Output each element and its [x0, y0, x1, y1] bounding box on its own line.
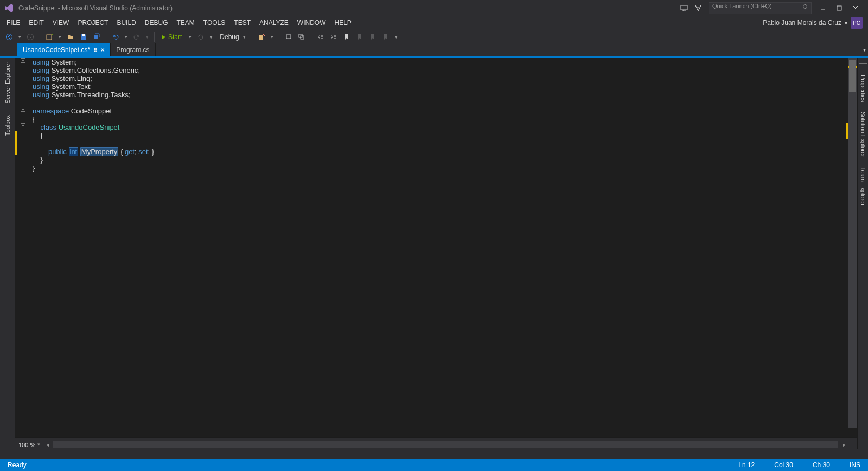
redo-button[interactable] — [131, 31, 143, 43]
svg-line-2 — [807, 8, 808, 10]
change-indicator — [15, 131, 17, 155]
menu-project[interactable]: PROJECT — [73, 17, 112, 28]
menu-team[interactable]: TEAM — [172, 17, 199, 28]
tab-label: UsandoCodeSnipet.cs* — [23, 46, 90, 54]
uncomment-button[interactable] — [296, 31, 308, 43]
find-in-files-button[interactable] — [256, 31, 267, 43]
tab-active[interactable]: UsandoCodeSnipet.cs* ⠿ × — [17, 43, 111, 56]
zoom-dropdown[interactable]: 100 %▾ — [15, 442, 43, 448]
user-account[interactable]: Pablo Juan Morais da Cruz ▾ PC — [763, 17, 866, 29]
new-project-drop[interactable]: ▾ — [56, 31, 63, 43]
start-drop[interactable]: ▾ — [187, 31, 194, 43]
start-button[interactable]: Start — [158, 31, 186, 43]
user-avatar[interactable]: PC — [851, 17, 863, 29]
outline-toggle[interactable]: − — [21, 58, 25, 63]
search-icon[interactable] — [802, 4, 809, 10]
vertical-scrollbar[interactable] — [848, 58, 857, 428]
solution-explorer-tab[interactable]: Solution Explorer — [859, 110, 867, 160]
menu-edit[interactable]: EDIT — [24, 17, 48, 28]
close-button[interactable] — [847, 1, 864, 15]
scroll-right-icon[interactable]: ▸ — [840, 442, 848, 448]
editor-footer: 100 %▾ ◂ ▸ — [15, 440, 848, 449]
properties-tab[interactable]: Properties — [859, 73, 867, 104]
user-name: Pablo Juan Morais da Cruz — [763, 19, 841, 27]
left-tool-wells: Server Explorer Toolbox — [0, 58, 15, 449]
next-bookmark-button[interactable] — [367, 31, 379, 43]
browser-refresh-button[interactable] — [195, 31, 207, 43]
nav-back-drop[interactable]: ▾ — [16, 31, 23, 43]
horizontal-scrollbar[interactable] — [53, 441, 838, 448]
team-explorer-tab[interactable]: Team Explorer — [859, 165, 867, 208]
quick-launch-placeholder: Quick Launch (Ctrl+Q) — [712, 3, 772, 9]
bookmark-button[interactable] — [341, 31, 353, 43]
status-line[interactable]: Ln 12 — [735, 461, 758, 469]
undo-button[interactable] — [110, 31, 122, 43]
menu-window[interactable]: WINDOW — [293, 17, 330, 28]
toolbox-tab[interactable]: Toolbox — [3, 113, 12, 138]
clear-bookmarks-button[interactable] — [380, 31, 392, 43]
scrollbar-thumb[interactable] — [849, 60, 856, 92]
decrease-indent-button[interactable] — [315, 31, 327, 43]
menu-debug[interactable]: DEBUG — [141, 17, 173, 28]
window-title: CodeSnippet - Microsoft Visual Studio (A… — [18, 4, 173, 12]
outline-toggle[interactable]: − — [21, 107, 25, 112]
menu-file[interactable]: FILE — [2, 17, 24, 28]
status-bar: Ready Ln 12 Col 30 Ch 30 INS — [0, 459, 868, 471]
save-all-button[interactable] — [91, 31, 103, 43]
quick-launch-input[interactable]: Quick Launch (Ctrl+Q) — [709, 2, 812, 14]
workspace: Server Explorer Toolbox − − − using Syst… — [0, 58, 868, 449]
nav-back-button[interactable] — [3, 31, 15, 43]
status-ready: Ready — [4, 461, 722, 469]
svg-point-8 — [28, 34, 34, 40]
find-drop[interactable]: ▾ — [269, 31, 276, 43]
code-editor[interactable]: − − − using System; using System.Collect… — [15, 58, 857, 437]
menu-build[interactable]: BUILD — [112, 17, 140, 28]
redo-drop[interactable]: ▾ — [144, 31, 151, 43]
right-tool-wells: Properties Solution Explorer Team Explor… — [857, 58, 868, 449]
open-file-button[interactable] — [65, 31, 76, 43]
status-ins[interactable]: INS — [846, 461, 864, 469]
split-editor-icon[interactable] — [859, 60, 867, 67]
menu-bar: FILE EDIT VIEW PROJECT BUILD DEBUG TEAM … — [0, 16, 868, 29]
standard-toolbar: ▾ ▾ ▾ ▾ Start ▾ ▾ Debug ▾ ▾ — [0, 29, 868, 44]
comment-button[interactable] — [283, 31, 295, 43]
chevron-down-icon: ▾ — [845, 20, 847, 26]
svg-point-7 — [7, 34, 12, 40]
feedback-icon[interactable] — [691, 1, 705, 15]
server-explorer-tab[interactable]: Server Explorer — [3, 60, 12, 105]
status-ch[interactable]: Ch 30 — [809, 461, 833, 469]
maximize-button[interactable] — [831, 1, 847, 15]
pin-icon[interactable]: ⠿ — [93, 47, 97, 53]
scroll-left-icon[interactable]: ◂ — [43, 442, 51, 448]
browser-refresh-drop[interactable]: ▾ — [208, 31, 215, 43]
save-button[interactable] — [78, 31, 90, 43]
notifications-icon[interactable] — [677, 1, 691, 15]
undo-drop[interactable]: ▾ — [123, 31, 130, 43]
prev-bookmark-button[interactable] — [354, 31, 366, 43]
tab-label: Program.cs — [116, 46, 149, 54]
tab-program[interactable]: Program.cs — [111, 43, 155, 56]
menu-help[interactable]: HELP — [330, 17, 355, 28]
close-tab-icon[interactable]: × — [100, 46, 105, 54]
nav-forward-button[interactable] — [24, 31, 36, 43]
svg-rect-12 — [286, 35, 291, 39]
tabs-overflow-icon[interactable]: ▾ — [863, 47, 866, 53]
menu-view[interactable]: VIEW — [48, 17, 74, 28]
menu-tools[interactable]: TOOLS — [199, 17, 229, 28]
toolbar-overflow[interactable]: ▾ — [393, 31, 400, 43]
svg-rect-10 — [82, 34, 85, 36]
increase-indent-button[interactable] — [328, 31, 340, 43]
outline-toggle[interactable]: − — [21, 123, 25, 128]
menu-test[interactable]: TEST — [229, 17, 255, 28]
new-project-button[interactable] — [43, 31, 55, 43]
svg-point-1 — [803, 5, 807, 9]
svg-rect-9 — [47, 35, 52, 40]
svg-rect-0 — [681, 5, 687, 10]
menu-analyze[interactable]: ANALYZE — [255, 17, 293, 28]
title-bar: CodeSnippet - Microsoft Visual Studio (A… — [0, 0, 868, 16]
solution-config-dropdown[interactable]: Debug — [216, 31, 248, 43]
minimize-button[interactable] — [815, 1, 831, 15]
svg-rect-4 — [837, 6, 841, 10]
status-col[interactable]: Col 30 — [771, 461, 796, 469]
editor-gutter — [15, 58, 29, 437]
